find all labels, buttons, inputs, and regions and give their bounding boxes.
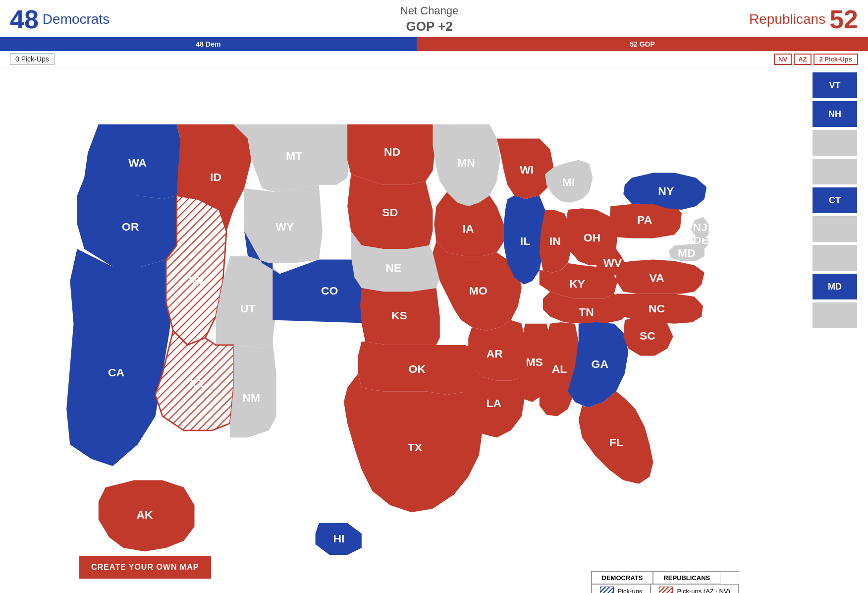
state-ok[interactable] xyxy=(358,342,476,395)
hatch-rep-icon xyxy=(659,587,673,593)
sidebar-state-ct[interactable]: CT xyxy=(813,187,857,213)
main: WA OR CA NV ID MT WY UT AZ xyxy=(0,67,868,593)
dem-count: 48 xyxy=(10,4,39,34)
pickup-bar: 0 Pick-Ups NV AZ 2 Pick-Ups xyxy=(0,51,868,67)
legend-dem-pickup: Pick-ups xyxy=(592,584,651,593)
legend-dem-header: DEMOCRATS xyxy=(592,572,653,584)
state-wi[interactable] xyxy=(497,139,554,199)
sidebar-state-nh[interactable]: NH xyxy=(813,101,857,127)
sidebar-state-empty3 xyxy=(813,216,857,242)
state-va[interactable] xyxy=(616,260,705,294)
sidebar-state-empty1 xyxy=(813,130,857,156)
header: 48 Democrats Net Change GOP +2 Republica… xyxy=(0,0,868,37)
legend: DEMOCRATS REPUBLICANS Pick-ups Pick-ups … xyxy=(591,571,739,593)
sidebar-state-md[interactable]: MD xyxy=(813,274,857,299)
sidebar-state-vt[interactable]: VT xyxy=(813,72,857,98)
state-ak[interactable] xyxy=(99,480,195,552)
create-map-button[interactable]: CREATE YOUR OWN MAP xyxy=(79,556,211,579)
state-sd[interactable] xyxy=(347,175,433,249)
legend-rep-pickup: Pick-ups (AZ · NV) xyxy=(651,584,739,593)
dem-label: Democrats xyxy=(43,11,109,27)
dem-pickups: 0 Pick-Ups xyxy=(10,53,54,65)
state-mn[interactable] xyxy=(433,124,500,206)
bar-dem: 48 Dem xyxy=(0,37,417,51)
state-mt[interactable] xyxy=(233,124,351,192)
sidebar-state-empty2 xyxy=(813,159,857,184)
rep-badge-nv: NV xyxy=(774,54,792,65)
rep-pickup-count: 2 Pick-Ups xyxy=(814,54,858,65)
state-wy[interactable] xyxy=(244,185,323,263)
rep-pickups: NV AZ 2 Pick-Ups xyxy=(774,54,858,65)
sidebar-state-empty5 xyxy=(813,302,857,328)
bar-rep: 52 GOP xyxy=(417,37,868,51)
rep-label: Republicans xyxy=(749,11,825,27)
progress-bar: 48 Dem 52 GOP xyxy=(0,37,868,51)
state-ks[interactable] xyxy=(360,288,440,345)
legend-rep-header: REPUBLICANS xyxy=(653,572,720,584)
state-md[interactable] xyxy=(669,244,705,261)
sidebar-state-empty4 xyxy=(813,245,857,271)
sidebar: VT NH CT MD xyxy=(809,67,868,593)
hatch-dem-icon xyxy=(600,587,614,593)
state-ca[interactable] xyxy=(66,249,173,466)
state-hi[interactable] xyxy=(316,523,362,555)
state-nd[interactable] xyxy=(347,124,436,185)
rep-badge-az: AZ xyxy=(794,54,811,65)
rep-count: 52 xyxy=(829,4,858,34)
rep-section: Republicans 52 xyxy=(749,4,858,34)
state-nm[interactable] xyxy=(230,342,276,438)
net-change: Net Change GOP +2 xyxy=(400,4,458,35)
dem-section: 48 Democrats xyxy=(10,4,109,34)
map-area[interactable]: WA OR CA NV ID MT WY UT AZ xyxy=(0,67,809,593)
state-nj[interactable] xyxy=(691,217,709,238)
state-tx[interactable] xyxy=(344,374,483,513)
state-ut[interactable] xyxy=(216,256,280,349)
